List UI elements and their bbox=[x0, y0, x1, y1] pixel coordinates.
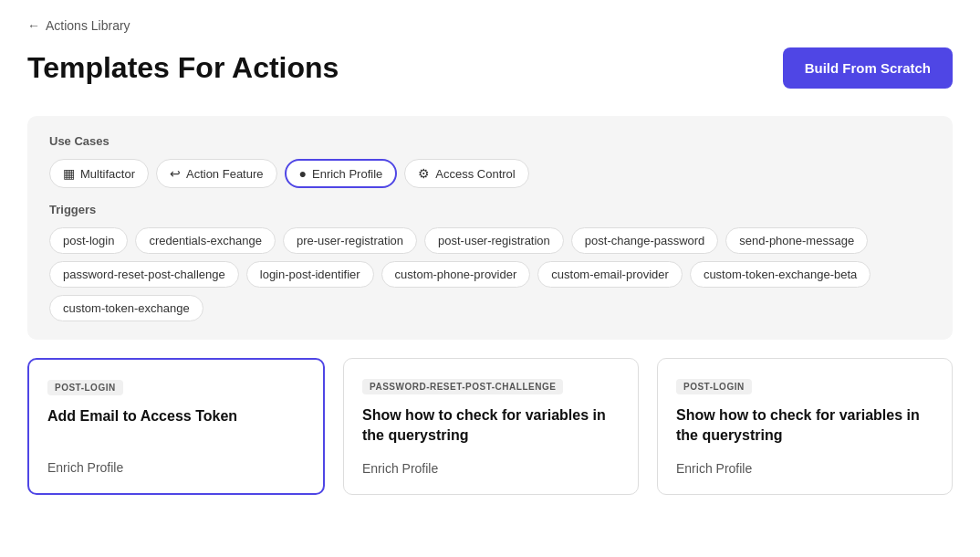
trigger-custom-token-exchange[interactable]: custom-token-exchange bbox=[49, 295, 203, 321]
breadcrumb[interactable]: ← Actions Library bbox=[27, 18, 953, 33]
card-3-trigger-badge: POST-LOGIN bbox=[676, 379, 752, 394]
breadcrumb-label: Actions Library bbox=[46, 18, 130, 33]
trigger-custom-phone-provider[interactable]: custom-phone-provider bbox=[381, 261, 531, 288]
card-1-category: Enrich Profile bbox=[47, 460, 305, 475]
trigger-custom-email-provider[interactable]: custom-email-provider bbox=[537, 261, 683, 288]
card-3[interactable]: POST-LOGIN Show how to check for variabl… bbox=[657, 358, 953, 495]
trigger-post-user-registration[interactable]: post-user-registration bbox=[424, 227, 564, 254]
card-2-category: Enrich Profile bbox=[362, 461, 620, 476]
trigger-login-post-identifier[interactable]: login-post-identifier bbox=[246, 261, 374, 288]
trigger-password-reset-post-challenge[interactable]: password-reset-post-challenge bbox=[49, 261, 239, 288]
back-arrow-icon: ← bbox=[27, 18, 40, 33]
action-feature-icon: ↩ bbox=[170, 166, 181, 181]
chip-enrich-profile-label: Enrich Profile bbox=[312, 167, 382, 181]
triggers-label: Triggers bbox=[49, 203, 931, 216]
chip-action-feature-label: Action Feature bbox=[186, 167, 264, 181]
chip-access-control-label: Access Control bbox=[435, 167, 515, 181]
chip-access-control[interactable]: ⚙ Access Control bbox=[404, 159, 528, 188]
cards-row: POST-LOGIN Add Email to Access Token Enr… bbox=[27, 358, 953, 495]
page-container: ← Actions Library Templates For Actions … bbox=[0, 0, 980, 513]
chip-enrich-profile[interactable]: ● Enrich Profile bbox=[285, 159, 398, 188]
filter-section: Use Cases ▦ Multifactor ↩ Action Feature… bbox=[27, 116, 953, 340]
trigger-pre-user-registration[interactable]: pre-user-registration bbox=[283, 227, 417, 254]
enrich-profile-icon: ● bbox=[299, 166, 307, 181]
use-cases-chips: ▦ Multifactor ↩ Action Feature ● Enrich … bbox=[49, 159, 931, 188]
card-1-trigger-badge: POST-LOGIN bbox=[47, 380, 123, 395]
trigger-post-login[interactable]: post-login bbox=[49, 227, 128, 254]
header-row: Templates For Actions Build From Scratch bbox=[27, 47, 953, 89]
use-cases-label: Use Cases bbox=[49, 134, 931, 148]
card-2-title: Show how to check for variables in the q… bbox=[362, 405, 620, 447]
chip-multifactor[interactable]: ▦ Multifactor bbox=[49, 159, 149, 188]
trigger-custom-token-exchange-beta[interactable]: custom-token-exchange-beta bbox=[690, 261, 871, 288]
build-from-scratch-button[interactable]: Build From Scratch bbox=[783, 47, 953, 89]
chip-action-feature[interactable]: ↩ Action Feature bbox=[156, 159, 277, 188]
multifactor-icon: ▦ bbox=[63, 166, 75, 181]
page-title: Templates For Actions bbox=[27, 51, 339, 85]
trigger-chips: post-login credentials-exchange pre-user… bbox=[49, 227, 931, 321]
trigger-send-phone-message[interactable]: send-phone-message bbox=[725, 227, 868, 254]
trigger-credentials-exchange[interactable]: credentials-exchange bbox=[135, 227, 276, 254]
card-3-category: Enrich Profile bbox=[676, 461, 933, 476]
card-2-trigger-badge: PASSWORD-RESET-POST-CHALLENGE bbox=[362, 379, 563, 394]
card-3-title: Show how to check for variables in the q… bbox=[676, 405, 933, 447]
card-2[interactable]: PASSWORD-RESET-POST-CHALLENGE Show how t… bbox=[343, 358, 639, 495]
card-1[interactable]: POST-LOGIN Add Email to Access Token Enr… bbox=[27, 358, 325, 495]
chip-multifactor-label: Multifactor bbox=[80, 167, 135, 181]
trigger-post-change-password[interactable]: post-change-password bbox=[571, 227, 719, 254]
access-control-icon: ⚙ bbox=[418, 166, 430, 181]
card-1-title: Add Email to Access Token bbox=[47, 406, 305, 426]
